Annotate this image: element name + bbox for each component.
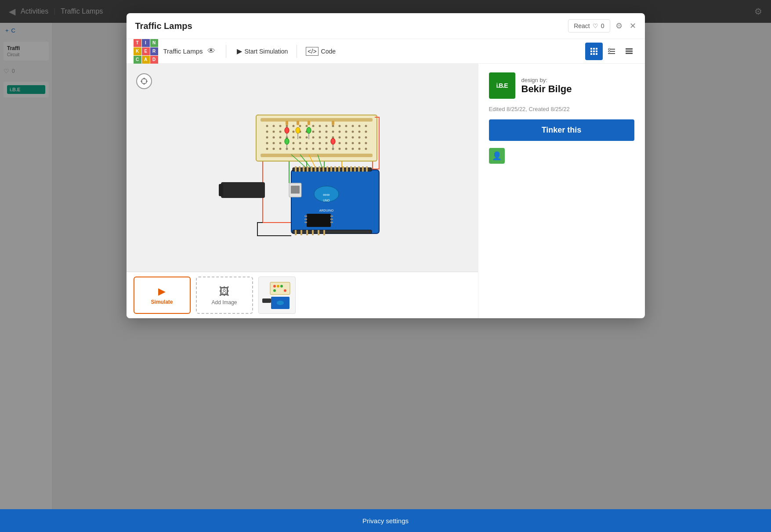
crosshair-button[interactable] xyxy=(136,73,152,89)
svg-point-70 xyxy=(292,137,294,139)
svg-point-39 xyxy=(299,125,301,127)
svg-point-61 xyxy=(338,131,340,133)
svg-rect-158 xyxy=(295,230,297,235)
svg-rect-149 xyxy=(338,166,340,172)
modal-title: Traffic Lamps xyxy=(135,21,563,31)
modal-toolbar: T I N K E R C A D Traffic Lamps 👁 xyxy=(127,39,645,64)
crosshair-icon xyxy=(140,77,148,85)
svg-rect-0 xyxy=(590,48,592,50)
svg-point-88 xyxy=(305,142,308,144)
svg-rect-159 xyxy=(300,230,302,235)
svg-point-63 xyxy=(351,131,354,133)
view-btn-table[interactable] xyxy=(620,43,638,60)
svg-point-111 xyxy=(351,148,354,150)
svg-rect-33 xyxy=(261,154,373,157)
svg-rect-152 xyxy=(350,166,352,172)
svg-rect-170 xyxy=(330,222,333,223)
logo-cell-e: E xyxy=(142,47,150,55)
svg-rect-153 xyxy=(354,166,356,172)
svg-rect-148 xyxy=(334,166,336,172)
view-btn-schematic[interactable] xyxy=(603,43,620,60)
simulate-thumbnail[interactable]: ▶ Simulate xyxy=(134,277,191,314)
svg-point-62 xyxy=(345,131,347,133)
svg-rect-164 xyxy=(307,214,331,227)
toolbar-divider xyxy=(226,45,226,58)
play-icon: ▶ xyxy=(237,47,242,55)
avatar-letters: i.B.E xyxy=(496,82,507,89)
code-icon: </> xyxy=(306,47,318,56)
svg-rect-150 xyxy=(342,166,344,172)
svg-point-37 xyxy=(286,125,288,127)
designer-name: Bekir Bilge xyxy=(521,83,572,95)
svg-rect-156 xyxy=(366,166,368,172)
view-btn-circuit[interactable] xyxy=(585,43,603,60)
add-image-icon: 🖼 xyxy=(219,285,230,298)
svg-point-93 xyxy=(338,142,340,144)
svg-point-118 xyxy=(307,127,311,133)
svg-point-48 xyxy=(358,125,360,127)
svg-rect-142 xyxy=(311,166,312,172)
designer-section: i.B.E design by: Bekir Bilge xyxy=(489,72,634,99)
logo-cell-c: C xyxy=(134,56,141,64)
view-eye-icon[interactable]: 👁 xyxy=(207,47,215,56)
logo-cell-k: K xyxy=(134,47,141,55)
svg-point-122 xyxy=(285,138,289,144)
circuit-thumbnail[interactable] xyxy=(258,277,296,314)
privacy-settings-label[interactable]: Privacy settings xyxy=(362,517,409,525)
modal-dialog: Traffic Lamps React ♡ 0 ⚙ ✕ T I N K xyxy=(127,13,645,318)
svg-point-81 xyxy=(365,137,367,139)
svg-point-82 xyxy=(266,142,268,144)
svg-point-59 xyxy=(325,131,327,133)
circuit-illustration: ∞∞ UNO ARDUINO xyxy=(127,64,478,272)
logo-cell-n: N xyxy=(150,39,158,47)
code-button[interactable]: </> Code xyxy=(299,43,343,59)
svg-rect-146 xyxy=(326,166,328,172)
settings-icon[interactable]: ⚙ xyxy=(615,21,623,31)
svg-point-86 xyxy=(292,142,294,144)
designer-avatar: i.B.E xyxy=(489,72,515,99)
svg-rect-168 xyxy=(330,216,333,217)
svg-point-74 xyxy=(319,137,321,139)
add-image-button[interactable]: 🖼 Add Image xyxy=(196,277,253,314)
svg-rect-147 xyxy=(330,166,332,172)
svg-point-95 xyxy=(351,142,354,144)
svg-rect-127 xyxy=(332,121,334,125)
toolbar-divider2 xyxy=(297,45,297,58)
svg-rect-165 xyxy=(304,216,307,217)
svg-rect-124 xyxy=(286,121,288,125)
student-icon-button[interactable]: 👤 xyxy=(489,148,505,164)
svg-point-49 xyxy=(365,125,367,127)
svg-point-105 xyxy=(312,148,314,150)
close-icon[interactable]: ✕ xyxy=(630,21,636,31)
svg-point-99 xyxy=(272,148,275,150)
modal-header: Traffic Lamps React ♡ 0 ⚙ ✕ xyxy=(127,13,645,39)
svg-point-35 xyxy=(272,125,275,127)
react-button[interactable]: React ♡ 0 xyxy=(568,19,610,32)
like-count: 0 xyxy=(601,22,604,29)
svg-point-68 xyxy=(279,137,281,139)
svg-point-52 xyxy=(279,131,281,133)
svg-rect-125 xyxy=(297,121,299,125)
tinker-this-button[interactable]: Tinker this xyxy=(489,119,634,141)
svg-point-98 xyxy=(266,148,268,150)
schematic-view-icon xyxy=(607,47,616,56)
svg-point-104 xyxy=(305,148,308,150)
svg-rect-126 xyxy=(308,121,310,125)
svg-point-41 xyxy=(312,125,314,127)
svg-point-72 xyxy=(305,137,308,139)
svg-point-106 xyxy=(319,148,321,150)
start-simulation-button[interactable]: ▶ Start Simulation xyxy=(230,43,295,59)
svg-point-110 xyxy=(345,148,347,150)
svg-point-83 xyxy=(272,142,275,144)
svg-rect-151 xyxy=(346,166,348,172)
tinkercad-logo: T I N K E R C A D xyxy=(134,39,158,64)
logo-cell-i: I xyxy=(142,39,150,47)
svg-point-67 xyxy=(272,137,275,139)
svg-point-43 xyxy=(325,125,327,127)
svg-point-84 xyxy=(279,142,281,144)
svg-point-36 xyxy=(279,125,281,127)
student-icon: 👤 xyxy=(492,151,502,161)
svg-rect-8 xyxy=(596,53,597,55)
logo-cell-r: R xyxy=(150,47,158,55)
svg-rect-32 xyxy=(261,118,373,122)
